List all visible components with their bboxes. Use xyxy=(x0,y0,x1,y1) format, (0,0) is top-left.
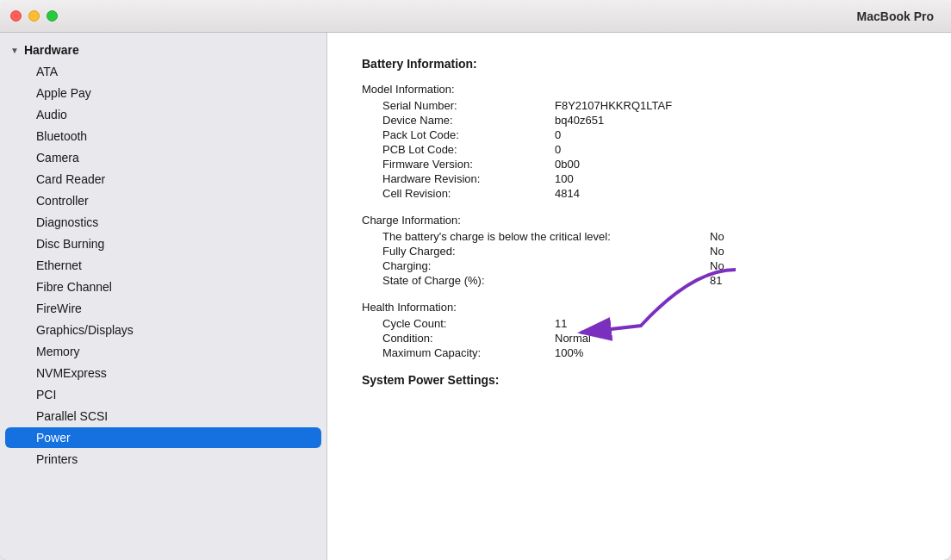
sidebar-item-audio[interactable]: Audio xyxy=(5,104,321,125)
serial-number-row: Serial Number: F8Y2107HKKRQ1LTAF xyxy=(382,99,917,112)
sidebar-item-pci[interactable]: PCI xyxy=(5,384,321,405)
model-info-table: Serial Number: F8Y2107HKKRQ1LTAF Device … xyxy=(382,99,917,200)
serial-number-label: Serial Number: xyxy=(382,99,555,112)
firmware-version-label: Firmware Version: xyxy=(382,158,555,171)
charge-info-group: Charge Information: The battery's charge… xyxy=(362,214,917,287)
critical-charge-label: The battery's charge is below the critic… xyxy=(382,230,710,243)
pcb-lot-code-label: PCB Lot Code: xyxy=(382,143,555,156)
model-info-group: Model Information: Serial Number: F8Y210… xyxy=(362,83,917,200)
hardware-revision-label: Hardware Revision: xyxy=(382,172,555,185)
serial-number-value: F8Y2107HKKRQ1LTAF xyxy=(555,99,672,112)
max-capacity-label: Maximum Capacity: xyxy=(382,346,555,359)
sidebar-item-ethernet[interactable]: Ethernet xyxy=(5,255,321,276)
max-capacity-row: Maximum Capacity: 100% xyxy=(382,346,917,359)
sidebar-item-disc-burning[interactable]: Disc Burning xyxy=(5,233,321,254)
maximize-button[interactable] xyxy=(47,10,58,22)
charging-value: No xyxy=(710,259,724,272)
pcb-lot-code-row: PCB Lot Code: 0 xyxy=(382,143,917,156)
health-info-header: Health Information: xyxy=(362,301,917,314)
sidebar-item-diagnostics[interactable]: Diagnostics xyxy=(5,212,321,233)
charge-info-table: The battery's charge is below the critic… xyxy=(382,230,917,287)
charging-row: Charging: No xyxy=(382,259,917,272)
cycle-count-label: Cycle Count: xyxy=(382,317,555,330)
fully-charged-row: Fully Charged: No xyxy=(382,245,917,258)
pack-lot-code-value: 0 xyxy=(555,128,561,141)
device-name-label: Device Name: xyxy=(382,114,555,127)
max-capacity-value: 100% xyxy=(555,346,583,359)
sidebar-item-power[interactable]: Power xyxy=(5,427,321,448)
condition-value: Normal xyxy=(555,332,591,345)
cycle-count-row: Cycle Count: 11 xyxy=(382,317,917,330)
cell-revision-label: Cell Revision: xyxy=(382,187,555,200)
sidebar-item-camera[interactable]: Camera xyxy=(5,147,321,168)
hardware-section-header[interactable]: ▼ Hardware xyxy=(0,40,326,60)
hardware-revision-value: 100 xyxy=(555,172,574,185)
sidebar-item-printers[interactable]: Printers xyxy=(5,449,321,470)
sidebar-item-controller[interactable]: Controller xyxy=(5,190,321,211)
pack-lot-code-label: Pack Lot Code: xyxy=(382,128,555,141)
sidebar-item-bluetooth[interactable]: Bluetooth xyxy=(5,126,321,146)
sidebar-item-nvmexpress[interactable]: NVMExpress xyxy=(5,363,321,383)
charging-label: Charging: xyxy=(382,259,710,272)
main-window: MacBook Pro ▼ Hardware ATAApple PayAudio… xyxy=(0,0,951,560)
sidebar-item-card-reader[interactable]: Card Reader xyxy=(5,169,321,190)
close-button[interactable] xyxy=(10,10,22,22)
title-bar: MacBook Pro xyxy=(0,0,951,33)
sidebar-item-graphics-displays[interactable]: Graphics/Displays xyxy=(5,320,321,340)
pack-lot-code-row: Pack Lot Code: 0 xyxy=(382,128,917,141)
model-info-header: Model Information: xyxy=(362,83,917,96)
sidebar-items: ATAApple PayAudioBluetoothCameraCard Rea… xyxy=(0,61,326,470)
critical-charge-row: The battery's charge is below the critic… xyxy=(382,230,917,243)
hardware-label: Hardware xyxy=(24,43,79,57)
sidebar-item-memory[interactable]: Memory xyxy=(5,341,321,362)
device-name-value: bq40z651 xyxy=(555,114,604,127)
state-of-charge-value: 81 xyxy=(710,274,722,287)
state-of-charge-label: State of Charge (%): xyxy=(382,274,710,287)
system-power-title: System Power Settings: xyxy=(362,373,917,387)
health-info-table: Cycle Count: 11 C xyxy=(382,317,917,359)
device-name-row: Device Name: bq40z651 xyxy=(382,114,917,127)
content-panel: Battery Information: Model Information: … xyxy=(327,33,951,560)
health-info-group: Health Information: Cycle Count: 11 xyxy=(362,301,917,359)
fully-charged-value: No xyxy=(710,245,724,258)
state-of-charge-row: State of Charge (%): 81 xyxy=(382,274,917,287)
sidebar-item-fibre-channel[interactable]: Fibre Channel xyxy=(5,277,321,297)
traffic-lights xyxy=(10,10,58,22)
charge-info-header: Charge Information: xyxy=(362,214,917,227)
main-content: ▼ Hardware ATAApple PayAudioBluetoothCam… xyxy=(0,33,951,560)
cycle-count-value: 11 xyxy=(555,317,567,330)
sidebar-item-ata[interactable]: ATA xyxy=(5,61,321,82)
window-title: MacBook Pro xyxy=(857,9,934,23)
cell-revision-value: 4814 xyxy=(555,187,580,200)
firmware-version-row: Firmware Version: 0b00 xyxy=(382,158,917,171)
pcb-lot-code-value: 0 xyxy=(555,143,561,156)
hardware-revision-row: Hardware Revision: 100 xyxy=(382,172,917,185)
cell-revision-row: Cell Revision: 4814 xyxy=(382,187,917,200)
sidebar: ▼ Hardware ATAApple PayAudioBluetoothCam… xyxy=(0,33,327,560)
sidebar-item-parallel-scsi[interactable]: Parallel SCSI xyxy=(5,406,321,426)
chevron-icon: ▼ xyxy=(10,46,19,55)
critical-charge-value: No xyxy=(710,230,724,243)
firmware-version-value: 0b00 xyxy=(555,158,580,171)
minimize-button[interactable] xyxy=(28,10,40,22)
battery-info-title: Battery Information: xyxy=(362,57,917,71)
sidebar-item-firewire[interactable]: FireWire xyxy=(5,298,321,319)
sidebar-item-apple-pay[interactable]: Apple Pay xyxy=(5,83,321,103)
fully-charged-label: Fully Charged: xyxy=(382,245,710,258)
condition-row: Condition: Normal xyxy=(382,332,917,345)
condition-label: Condition: xyxy=(382,332,555,345)
